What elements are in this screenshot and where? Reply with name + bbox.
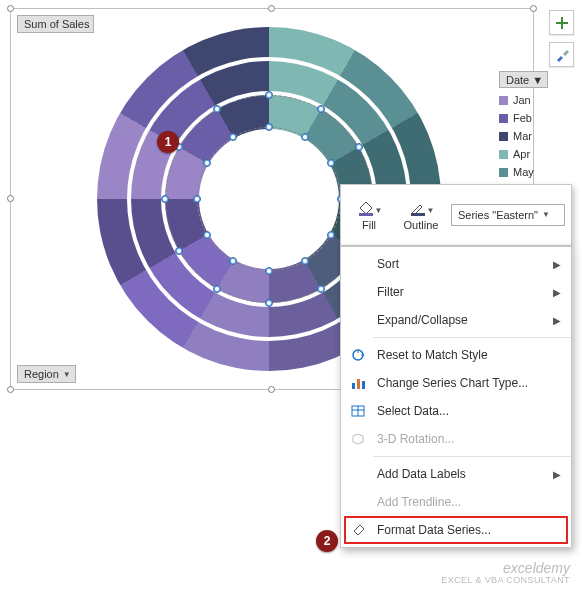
rows-field-button[interactable]: Region ▼	[17, 365, 76, 383]
selector-value: Series "Eastern"	[458, 209, 538, 221]
selection-dot	[175, 247, 183, 255]
selection-dot	[265, 91, 273, 99]
selection-dot	[203, 231, 211, 239]
selection-dot	[213, 285, 221, 293]
chart-elements-button[interactable]	[549, 10, 574, 35]
menu-add-data-labels[interactable]: Add Data Labels ▶	[341, 460, 571, 488]
annotation-callout-2: 2	[316, 530, 338, 552]
table-icon	[349, 402, 367, 420]
selection-outline	[197, 127, 341, 271]
legend-label: Feb	[513, 112, 532, 124]
legend: Date ▼ JanFebMarAprMayJun	[499, 71, 563, 196]
resize-handle[interactable]	[7, 5, 14, 12]
context-menu: Sort ▶ Filter ▶ Expand/Collapse ▶ Reset …	[340, 246, 572, 548]
menu-format-data-series[interactable]: Format Data Series...	[341, 516, 571, 544]
rows-field-label: Region	[24, 368, 59, 380]
chart-type-icon	[349, 374, 367, 392]
annotation-callout-1: 1	[157, 131, 179, 153]
format-icon	[349, 521, 367, 539]
legend-field-button[interactable]: Date ▼	[499, 71, 548, 88]
svg-rect-4	[357, 379, 360, 389]
reset-icon	[349, 346, 367, 364]
legend-item[interactable]: Apr	[499, 148, 563, 160]
svg-rect-0	[359, 213, 373, 216]
legend-label: Jan	[513, 94, 531, 106]
chevron-down-icon: ▼	[542, 210, 550, 221]
selection-dot	[265, 123, 273, 131]
menu-sort[interactable]: Sort ▶	[341, 250, 571, 278]
menu-change-chart-type[interactable]: Change Series Chart Type...	[341, 369, 571, 397]
menu-expand-collapse[interactable]: Expand/Collapse ▶	[341, 306, 571, 334]
values-field-button[interactable]: Sum of Sales	[17, 15, 94, 33]
fill-button[interactable]: ▼ Fill	[347, 199, 391, 231]
watermark-tag: EXCEL & VBA CONSULTANT	[441, 576, 570, 586]
resize-handle[interactable]	[268, 5, 275, 12]
menu-reset-style[interactable]: Reset to Match Style	[341, 341, 571, 369]
svg-rect-5	[362, 381, 365, 389]
selection-dot	[317, 105, 325, 113]
outline-button[interactable]: ▼ Outline	[399, 199, 443, 231]
chevron-right-icon: ▶	[553, 259, 561, 270]
values-field-label: Sum of Sales	[24, 18, 89, 30]
legend-swatch	[499, 150, 508, 159]
legend-swatch	[499, 132, 508, 141]
svg-rect-1	[411, 213, 425, 216]
fill-label: Fill	[362, 219, 376, 231]
legend-item[interactable]: Jan	[499, 94, 563, 106]
legend-swatch	[499, 168, 508, 177]
selection-dot	[355, 143, 363, 151]
chart-element-selector[interactable]: Series "Eastern" ▼	[451, 204, 565, 226]
resize-handle[interactable]	[268, 386, 275, 393]
selection-dot	[317, 285, 325, 293]
legend-item[interactable]: Mar	[499, 130, 563, 142]
selection-dot	[193, 195, 201, 203]
chevron-right-icon: ▶	[553, 315, 561, 326]
bucket-icon	[356, 199, 374, 217]
cube-icon	[349, 430, 367, 448]
chevron-down-icon: ▼	[63, 370, 71, 379]
legend-label: Mar	[513, 130, 532, 142]
mini-toolbar: ▼ Fill ▼ Outline Series "Eastern" ▼	[340, 184, 572, 246]
watermark-brand: exceldemy	[441, 561, 570, 576]
chevron-down-icon: ▼	[427, 206, 435, 217]
legend-label: Apr	[513, 148, 530, 160]
selection-dot	[265, 299, 273, 307]
legend-field-label: Date	[506, 74, 529, 86]
plus-icon	[555, 16, 569, 30]
chevron-right-icon: ▶	[553, 287, 561, 298]
pen-icon	[408, 199, 426, 217]
chevron-right-icon: ▶	[553, 469, 561, 480]
resize-handle[interactable]	[7, 386, 14, 393]
resize-handle[interactable]	[7, 195, 14, 202]
brush-icon	[555, 48, 569, 62]
chevron-down-icon: ▼	[532, 74, 543, 86]
menu-filter[interactable]: Filter ▶	[341, 278, 571, 306]
legend-swatch	[499, 114, 508, 123]
legend-item[interactable]: May	[499, 166, 563, 178]
selection-dot	[161, 195, 169, 203]
resize-handle[interactable]	[530, 5, 537, 12]
selection-dot	[203, 159, 211, 167]
legend-label: May	[513, 166, 534, 178]
selection-dot	[301, 133, 309, 141]
menu-select-data[interactable]: Select Data...	[341, 397, 571, 425]
outline-label: Outline	[404, 219, 439, 231]
legend-swatch	[499, 96, 508, 105]
menu-3d-rotation: 3-D Rotation...	[341, 425, 571, 453]
svg-rect-3	[352, 383, 355, 389]
chart-styles-button[interactable]	[549, 42, 574, 67]
watermark: exceldemy EXCEL & VBA CONSULTANT	[441, 561, 570, 586]
selection-dot	[213, 105, 221, 113]
selection-dot	[265, 267, 273, 275]
selection-dot	[229, 133, 237, 141]
menu-add-trendline: Add Trendline...	[341, 488, 571, 516]
legend-item[interactable]: Feb	[499, 112, 563, 124]
chevron-down-icon: ▼	[375, 206, 383, 217]
